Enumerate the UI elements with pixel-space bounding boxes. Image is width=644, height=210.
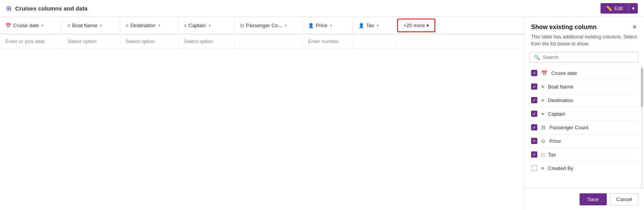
cell-price[interactable]: Enter number [303, 35, 353, 48]
pencil-icon: ✏️ [606, 5, 612, 11]
checkbox-tax[interactable] [531, 151, 537, 158]
col-header-passenger-count[interactable]: ⊟ Passenger Co... ▾ [235, 19, 303, 32]
main-layout: 📅 Cruise date ▾ ≡ Boat Name ▾ ≡ Destinat… [0, 17, 644, 210]
table-area: 📅 Cruise date ▾ ≡ Boat Name ▾ ≡ Destinat… [0, 17, 524, 210]
checkbox-created-by[interactable] [531, 165, 537, 171]
price-icon: 👤 [308, 23, 314, 28]
col-header-captain[interactable]: ≡ Captain ▾ [178, 19, 235, 32]
choice-icon-captain: ≡ [184, 23, 187, 28]
search-input[interactable] [543, 54, 634, 60]
cell-tax[interactable] [353, 38, 396, 45]
column-list: 📅 Cruise date ≡ Boat Name ≡ Destination … [524, 66, 644, 188]
plus-more-chevron: ▾ [426, 23, 429, 28]
col-header-boat-name[interactable]: ≡ Boat Name ▾ [62, 19, 120, 32]
choice-icon-dest: ≡ [126, 23, 128, 28]
panel-col-tax[interactable]: □ Tax [530, 148, 639, 161]
date-icon: 📅 [5, 23, 11, 28]
panel-col-price[interactable]: ⊙ Price [530, 134, 639, 148]
col-label-tax: Tax [548, 152, 556, 158]
col-header-price[interactable]: 👤 Price ▾ [303, 19, 353, 32]
col-label-boat-name: Boat Name [548, 84, 573, 90]
col-chevron-tax: ▾ [377, 23, 379, 28]
plus-more-button[interactable]: +25 more ▾ [397, 19, 435, 32]
page-title: Cruises columns and data [15, 5, 88, 12]
col-label-created-by: Created By [548, 165, 573, 171]
grid-icon: ⊞ [6, 5, 11, 12]
cell-captain[interactable]: Select option [178, 35, 235, 48]
edit-chevron-button[interactable]: ▾ [628, 3, 638, 14]
panel-close-button[interactable]: ✕ [632, 23, 637, 31]
tax-icon: 👤 [358, 23, 364, 28]
col-header-cruise-date[interactable]: 📅 Cruise date ▾ [0, 19, 62, 32]
col-icon-boat-name: ≡ [541, 84, 544, 90]
col-chevron-price: ▾ [330, 23, 332, 28]
panel-col-destination[interactable]: ≡ Destination [530, 94, 639, 107]
scrollbar-thumb[interactable] [641, 68, 643, 107]
cell-passenger-count[interactable] [235, 38, 303, 45]
col-chevron-passenger: ▾ [285, 23, 287, 28]
side-panel: Show existing column ✕ This table has ad… [524, 17, 644, 210]
panel-col-created-by[interactable]: ≡ Created By [530, 161, 639, 175]
column-headers: 📅 Cruise date ▾ ≡ Boat Name ▾ ≡ Destinat… [0, 17, 524, 35]
col-header-tax[interactable]: 👤 Tax ▾ [353, 19, 396, 32]
panel-body: 📅 Cruise date ≡ Boat Name ≡ Destination … [524, 66, 644, 188]
col-icon-price: ⊙ [541, 138, 545, 144]
col-chevron-boat-name: ▾ [100, 23, 102, 28]
col-header-destination[interactable]: ≡ Destination ▾ [120, 19, 178, 32]
panel-title: Show existing column [531, 24, 597, 31]
cell-cruise-date[interactable]: Enter or pick date [0, 35, 62, 48]
col-chevron-captain: ▾ [209, 23, 211, 28]
col-icon-captain: ≡ [541, 111, 544, 117]
col-icon-tax: □ [541, 152, 544, 158]
number-icon: ⊟ [240, 23, 244, 28]
col-label-destination: Destination [548, 97, 573, 103]
save-button[interactable]: Save [580, 193, 607, 205]
checkbox-passenger-count[interactable] [531, 124, 537, 130]
panel-footer: Save Cancel [524, 188, 644, 210]
scrollbar-track [641, 66, 643, 188]
checkbox-boat-name[interactable] [531, 83, 537, 90]
table-row: Enter or pick date Select option Select … [0, 35, 524, 49]
col-icon-created-by: ≡ [541, 165, 544, 171]
cell-destination[interactable]: Select option [120, 35, 178, 48]
col-chevron-cruise-date: ▾ [42, 23, 43, 28]
col-label-passenger-count: Passenger Count [549, 125, 588, 130]
checkbox-captain[interactable] [531, 111, 537, 117]
topbar-left: ⊞ Cruises columns and data [6, 5, 88, 12]
panel-search-container: 🔍 [530, 52, 639, 62]
col-label-price: Price [549, 138, 561, 144]
cancel-button[interactable]: Cancel [610, 193, 639, 205]
choice-icon-boat: ≡ [68, 23, 70, 28]
col-label-cruise-date: Cruise date [551, 70, 577, 76]
edit-button[interactable]: ✏️ Edit [601, 3, 628, 14]
search-icon: 🔍 [534, 54, 540, 60]
cell-boat-name[interactable]: Select option [62, 35, 120, 48]
checkbox-cruise-date[interactable] [531, 70, 537, 76]
topbar: ⊞ Cruises columns and data ✏️ Edit ▾ [0, 0, 644, 17]
panel-col-passenger-count[interactable]: ⊟ Passenger Count [530, 121, 639, 134]
panel-header: Show existing column ✕ [524, 17, 644, 34]
panel-col-cruise-date[interactable]: 📅 Cruise date [530, 66, 639, 80]
checkbox-price[interactable] [531, 138, 537, 144]
panel-col-captain[interactable]: ≡ Captain [530, 107, 639, 121]
edit-button-group[interactable]: ✏️ Edit ▾ [601, 3, 638, 14]
col-chevron-destination: ▾ [158, 23, 160, 28]
col-icon-passenger-count: ⊟ [541, 125, 545, 130]
checkbox-destination[interactable] [531, 97, 537, 103]
col-icon-cruise-date: 📅 [541, 70, 547, 76]
panel-subtitle: This table has additional existing colum… [524, 34, 644, 52]
panel-col-boat-name[interactable]: ≡ Boat Name [530, 80, 639, 94]
col-label-captain: Captain [548, 111, 566, 117]
col-icon-destination: ≡ [541, 97, 544, 103]
